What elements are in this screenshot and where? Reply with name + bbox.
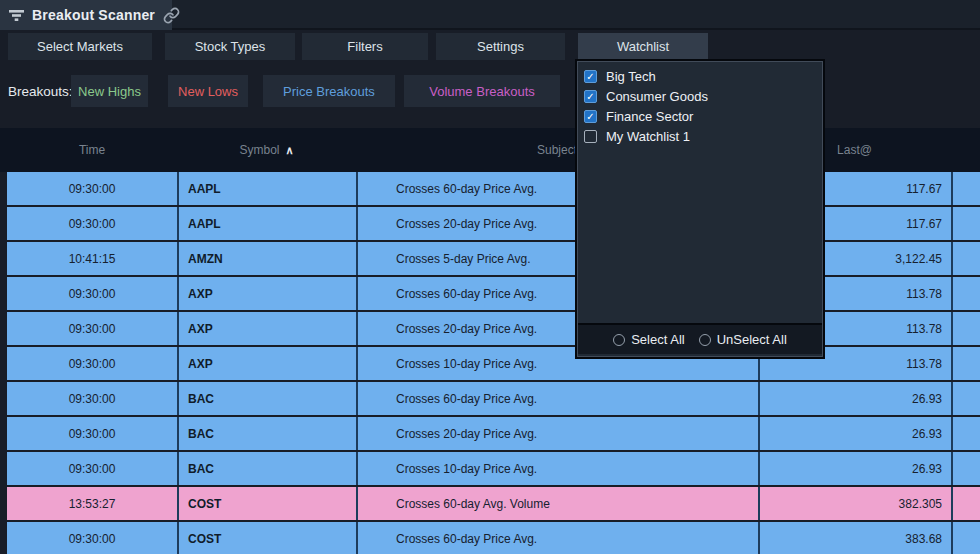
unselect-all-radio-icon[interactable]	[699, 334, 711, 346]
watchlist-list: ✓Big Tech✓Consumer Goods✓Finance SectorM…	[578, 62, 822, 150]
cell-extra	[951, 242, 980, 275]
cell-subject: Crosses 60-day Price Avg.	[356, 522, 758, 554]
cell-symbol: AXP	[177, 277, 356, 310]
filters-button[interactable]: Filters	[302, 33, 428, 60]
column-header-symbol[interactable]: Symbol ∧	[177, 143, 356, 157]
cell-time: 13:53:27	[7, 487, 177, 520]
cell-time: 09:30:00	[7, 417, 177, 450]
cell-symbol: AXP	[177, 347, 356, 380]
select-all-label: Select All	[631, 332, 684, 347]
table-header-row: Time Symbol ∧ Subject Last@	[0, 128, 980, 172]
cell-time: 09:30:00	[7, 382, 177, 415]
cell-extra	[951, 277, 980, 310]
breakouts-row: Breakouts: New Highs New Lows Price Brea…	[0, 74, 980, 108]
cell-symbol: AAPL	[177, 172, 356, 205]
watchlist-button[interactable]: Watchlist	[578, 33, 708, 60]
cell-time: 09:30:00	[7, 452, 177, 485]
cell-extra	[951, 452, 980, 485]
watchlist-dropdown-panel: ✓Big Tech✓Consumer Goods✓Finance SectorM…	[577, 61, 823, 357]
select-all-option[interactable]: Select All	[613, 332, 684, 347]
cell-time: 09:30:00	[7, 172, 177, 205]
table-row[interactable]: 09:30:00AXPCrosses 20-day Price Avg.113.…	[7, 312, 980, 345]
table-row[interactable]: 09:30:00AAPLCrosses 20-day Price Avg.117…	[7, 207, 980, 240]
cell-subject: Crosses 60-day Avg. Volume	[356, 487, 758, 520]
settings-button[interactable]: Settings	[436, 33, 565, 60]
volume-breakouts-button[interactable]: Volume Breakouts	[404, 75, 560, 107]
watchlist-item-label: Big Tech	[606, 69, 656, 84]
cell-time: 09:30:00	[7, 522, 177, 554]
table-row[interactable]: 09:30:00BACCrosses 60-day Price Avg.26.9…	[7, 382, 980, 415]
cell-symbol: AXP	[177, 312, 356, 345]
title-bar: Breakout Scanner	[0, 0, 980, 30]
watchlist-footer: Select All UnSelect All	[578, 323, 822, 354]
cell-extra	[951, 417, 980, 450]
cell-extra	[951, 172, 980, 205]
watchlist-item-label: Finance Sector	[606, 109, 693, 124]
toolbar: Select Markets Stock Types Filters Setti…	[0, 30, 980, 60]
cell-symbol: AMZN	[177, 242, 356, 275]
breakouts-label: Breakouts:	[8, 74, 73, 108]
checkbox-checked-icon[interactable]: ✓	[584, 110, 597, 123]
watchlist-item[interactable]: ✓Consumer Goods	[584, 86, 816, 106]
new-highs-button[interactable]: New Highs	[71, 75, 148, 107]
select-all-radio-icon[interactable]	[613, 334, 625, 346]
unselect-all-option[interactable]: UnSelect All	[699, 332, 787, 347]
cell-subject: Crosses 10-day Price Avg.	[356, 452, 758, 485]
cell-extra	[951, 382, 980, 415]
sort-ascending-icon: ∧	[285, 144, 293, 157]
table-row[interactable]: 09:30:00COSTCrosses 60-day Price Avg.383…	[7, 522, 980, 554]
table-row[interactable]: 09:30:00BACCrosses 10-day Price Avg.26.9…	[7, 452, 980, 485]
watchlist-item-label: My Watchlist 1	[606, 129, 690, 144]
cell-symbol: AAPL	[177, 207, 356, 240]
table-row[interactable]: 10:41:15AMZNCrosses 5-day Price Avg.3,12…	[7, 242, 980, 275]
watchlist-item-label: Consumer Goods	[606, 89, 708, 104]
title-tab: Breakout Scanner	[0, 0, 172, 30]
cell-symbol: BAC	[177, 417, 356, 450]
cell-subject: Crosses 20-day Price Avg.	[356, 417, 758, 450]
cell-extra	[951, 347, 980, 380]
cell-symbol: COST	[177, 487, 356, 520]
breakout-scanner-window: Breakout Scanner Select Markets Stock Ty…	[0, 0, 980, 554]
cell-time: 09:30:00	[7, 312, 177, 345]
cell-last: 26.93	[758, 417, 951, 450]
column-header-time[interactable]: Time	[7, 143, 177, 157]
table-row[interactable]: 09:30:00AAPLCrosses 60-day Price Avg.117…	[7, 172, 980, 205]
table-row[interactable]: 09:30:00BACCrosses 20-day Price Avg.26.9…	[7, 417, 980, 450]
cell-extra	[951, 207, 980, 240]
table-row[interactable]: 09:30:00AXPCrosses 10-day Price Avg.113.…	[7, 347, 980, 380]
select-markets-button[interactable]: Select Markets	[8, 33, 152, 60]
cell-last: 382.305	[758, 487, 951, 520]
price-breakouts-button[interactable]: Price Breakouts	[263, 75, 395, 107]
funnel-filter-icon	[9, 9, 24, 22]
cell-symbol: BAC	[177, 452, 356, 485]
cell-extra	[951, 487, 980, 520]
cell-extra	[951, 522, 980, 554]
cell-extra	[951, 312, 980, 345]
results-table: Time Symbol ∧ Subject Last@ 09:30:00AAPL…	[0, 128, 980, 554]
cell-time: 09:30:00	[7, 207, 177, 240]
checkbox-checked-icon[interactable]: ✓	[584, 70, 597, 83]
cell-last: 26.93	[758, 452, 951, 485]
stock-types-button[interactable]: Stock Types	[165, 33, 295, 60]
new-lows-button[interactable]: New Lows	[168, 75, 248, 107]
app-title: Breakout Scanner	[32, 7, 155, 23]
link-icon[interactable]	[163, 7, 180, 24]
cell-time: 09:30:00	[7, 347, 177, 380]
cell-time: 09:30:00	[7, 277, 177, 310]
table-row[interactable]: 09:30:00AXPCrosses 60-day Price Avg.113.…	[7, 277, 980, 310]
cell-last: 26.93	[758, 382, 951, 415]
cell-last: 383.68	[758, 522, 951, 554]
checkbox-unchecked-icon[interactable]	[584, 130, 597, 143]
checkbox-checked-icon[interactable]: ✓	[584, 90, 597, 103]
table-body: 09:30:00AAPLCrosses 60-day Price Avg.117…	[0, 172, 980, 554]
cell-subject: Crosses 60-day Price Avg.	[356, 382, 758, 415]
cell-symbol: BAC	[177, 382, 356, 415]
cell-time: 10:41:15	[7, 242, 177, 275]
watchlist-item[interactable]: ✓Big Tech	[584, 66, 816, 86]
watchlist-item[interactable]: ✓Finance Sector	[584, 106, 816, 126]
cell-symbol: COST	[177, 522, 356, 554]
watchlist-item[interactable]: My Watchlist 1	[584, 126, 816, 146]
table-row[interactable]: 13:53:27COSTCrosses 60-day Avg. Volume38…	[7, 487, 980, 520]
unselect-all-label: UnSelect All	[717, 332, 787, 347]
